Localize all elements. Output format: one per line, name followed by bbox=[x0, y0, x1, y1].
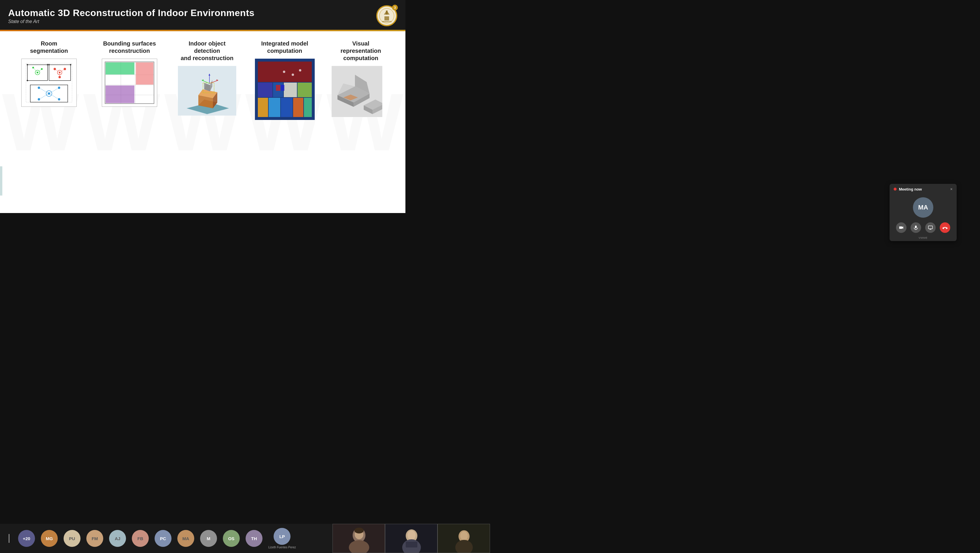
svg-point-79 bbox=[283, 71, 285, 73]
slide-content: W W W W W Room segmentation bbox=[0, 31, 406, 213]
integrated-title: Integrated model computation bbox=[261, 40, 308, 54]
room-seg-image bbox=[21, 59, 77, 107]
svg-point-12 bbox=[32, 67, 34, 69]
slide-number-badge: 3 bbox=[392, 5, 398, 11]
slide-title-block: Automatic 3D Reconstruction of Indoor En… bbox=[8, 8, 255, 24]
categories-row: Room segmentation bbox=[9, 40, 397, 120]
svg-rect-73 bbox=[269, 98, 280, 117]
room-seg-title: Room segmentation bbox=[30, 40, 68, 54]
visual-rep-title: Visual representation computation bbox=[340, 40, 381, 62]
svg-point-37 bbox=[70, 64, 72, 65]
left-accent-bar bbox=[0, 166, 2, 196]
indoor-title: Indoor object detection and reconstructi… bbox=[181, 40, 233, 62]
svg-rect-71 bbox=[298, 83, 312, 97]
svg-rect-1 bbox=[384, 16, 389, 21]
category-visual-representation: Visual representation computation bbox=[330, 40, 391, 117]
svg-point-80 bbox=[292, 73, 294, 76]
presentation-area: Automatic 3D Reconstruction of Indoor En… bbox=[0, 0, 406, 213]
category-bounding-surfaces: Bounding surfaces reconstruction bbox=[94, 40, 164, 107]
svg-rect-46 bbox=[106, 62, 134, 75]
svg-rect-70 bbox=[284, 83, 297, 97]
bounding-title: Bounding surfaces reconstruction bbox=[103, 40, 156, 54]
svg-rect-68 bbox=[258, 83, 272, 97]
svg-rect-75 bbox=[293, 98, 303, 117]
svg-rect-72 bbox=[258, 98, 268, 117]
visual-rep-image bbox=[332, 66, 390, 117]
svg-point-18 bbox=[64, 68, 66, 70]
slide-title: Automatic 3D Reconstruction of Indoor En… bbox=[8, 8, 255, 18]
category-indoor-object: Indoor object detection and reconstructi… bbox=[175, 40, 239, 116]
category-room-segmentation: Room segmentation bbox=[14, 40, 84, 107]
svg-point-34 bbox=[27, 64, 28, 65]
slide-subtitle: State of the Art bbox=[8, 19, 255, 24]
svg-rect-76 bbox=[304, 98, 312, 117]
svg-rect-47 bbox=[136, 62, 153, 84]
svg-point-35 bbox=[47, 64, 48, 65]
svg-rect-3 bbox=[386, 11, 388, 14]
indoor-image bbox=[178, 66, 236, 116]
svg-rect-78 bbox=[281, 85, 285, 91]
svg-point-13 bbox=[41, 68, 43, 70]
category-integrated-model: Integrated model computation bbox=[250, 40, 320, 120]
slide-header: Automatic 3D Reconstruction of Indoor En… bbox=[0, 0, 406, 30]
svg-rect-74 bbox=[281, 98, 293, 117]
svg-point-17 bbox=[54, 68, 56, 70]
svg-point-81 bbox=[299, 69, 301, 72]
bounding-image bbox=[102, 59, 157, 107]
svg-point-36 bbox=[27, 80, 28, 81]
svg-rect-48 bbox=[106, 86, 134, 103]
svg-point-38 bbox=[48, 64, 50, 65]
svg-rect-77 bbox=[276, 85, 280, 91]
integrated-image bbox=[255, 59, 315, 120]
svg-text:UNIVERSITAS: UNIVERSITAS bbox=[382, 21, 392, 22]
